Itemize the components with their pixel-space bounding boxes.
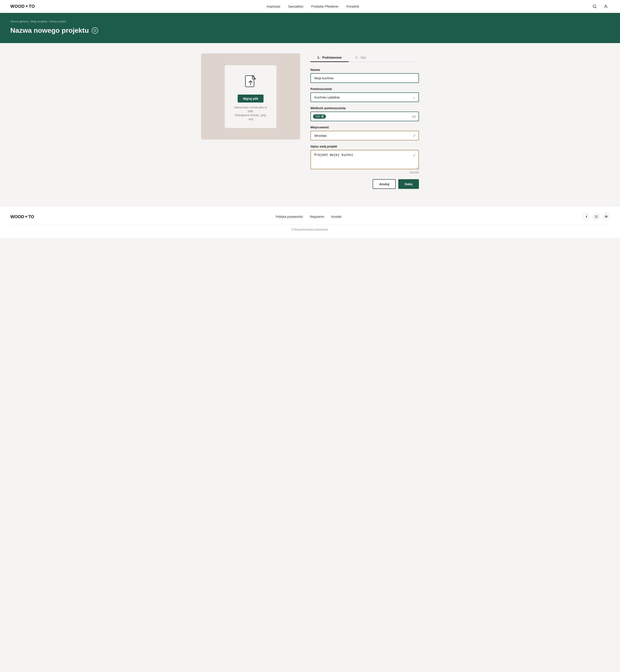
desc-field-group: Opisz swój projekt Projekt mojej kuchni … <box>310 145 419 174</box>
pinterest-icon[interactable] <box>603 213 610 220</box>
main-content: Wgraj plik Maksymalny rozmiar pliku to 1… <box>196 53 424 189</box>
nav-links: Inspiracje Specjaliści Produkty Pfleider… <box>266 4 359 8</box>
size-tag: 100 ✕ <box>313 114 326 119</box>
desc-textarea-wrap: Projekt mojej kuchni ✓ <box>310 150 419 170</box>
room-field-group: Pomieszczenie ⌄ <box>310 87 419 102</box>
tabs: 1. Podstawowe 2. Styl <box>310 53 419 62</box>
size-label: Wielkość pomieszczenia <box>310 106 419 110</box>
search-icon <box>592 4 597 9</box>
tab-podstawowe[interactable]: 1. Podstawowe <box>310 53 349 62</box>
search-button[interactable] <box>591 3 599 10</box>
next-button[interactable]: Dalej <box>398 179 419 189</box>
footer-link-terms[interactable]: Regulamin <box>310 215 324 219</box>
footer: WOOD ♥ TO Polityka prywatności Regulamin… <box>0 206 620 238</box>
char-count: 24/1200 <box>310 171 419 174</box>
name-input[interactable] <box>310 73 419 83</box>
footer-copyright: © Wszystkie prawa zastrzeżone. <box>10 225 610 231</box>
svg-point-2 <box>605 5 607 6</box>
name-field-group: Nazwa <box>310 68 419 83</box>
nav-item-specjalisci[interactable]: Specjaliści <box>288 4 303 8</box>
svg-point-8 <box>596 216 597 217</box>
page-title: Nazwa nowego projektu <box>10 27 610 35</box>
file-upload-icon <box>244 75 257 90</box>
form-actions: Anuluj Dalej <box>310 179 419 189</box>
size-tag-remove[interactable]: ✕ <box>321 115 324 118</box>
upload-panel: Wgraj plik Maksymalny rozmiar pliku to 1… <box>201 53 300 140</box>
upload-hint: Maksymalny rozmiar pliku to 1MB. Obsługi… <box>234 105 268 121</box>
nav-item-poradnik[interactable]: Poradnik <box>346 4 359 8</box>
footer-brand-name1: WOOD <box>10 214 24 219</box>
edit-icon[interactable] <box>92 27 98 34</box>
city-select[interactable] <box>310 131 419 140</box>
brand-name-part2: TO <box>29 4 35 9</box>
svg-rect-7 <box>595 215 598 218</box>
name-label: Nazwa <box>310 68 419 71</box>
footer-link-contact[interactable]: Kontakt <box>331 215 341 219</box>
footer-brand-heart: ♥ <box>25 214 27 219</box>
room-select[interactable] <box>310 92 419 102</box>
upload-icon-wrap <box>243 74 258 91</box>
desc-textarea[interactable]: Projekt mojej kuchni <box>310 150 419 169</box>
size-unit: m2 <box>412 115 416 118</box>
form-panel: 1. Podstawowe 2. Styl Nazwa Pomieszczeni… <box>310 53 419 189</box>
city-field-group: Miejscowość ✓ <box>310 126 419 140</box>
city-select-wrap: ✓ <box>310 131 419 140</box>
brand-heart: ♥ <box>25 4 28 9</box>
navbar: WOOD ♥ TO Inspiracje Specjaliści Produkt… <box>0 0 620 13</box>
footer-socials <box>583 213 610 220</box>
brand-name-part1: WOOD <box>10 4 24 9</box>
cancel-button[interactable]: Anuluj <box>373 179 396 189</box>
desc-label: Opisz swój projekt <box>310 145 419 148</box>
user-button[interactable] <box>602 3 610 10</box>
nav-actions <box>591 3 610 10</box>
user-icon <box>604 4 608 9</box>
footer-top: WOOD ♥ TO Polityka prywatności Regulamin… <box>10 213 610 220</box>
facebook-icon[interactable] <box>583 213 590 220</box>
upload-button[interactable]: Wgraj plik <box>238 95 263 102</box>
size-field-group: Wielkość pomieszczenia 100 ✕ m2 <box>310 106 419 121</box>
size-input[interactable] <box>310 111 419 121</box>
nav-item-produkty[interactable]: Produkty Pfleiderer <box>311 4 339 8</box>
size-input-wrap: 100 ✕ m2 <box>310 111 419 121</box>
desc-check-icon: ✓ <box>413 153 416 158</box>
instagram-icon[interactable] <box>593 213 600 220</box>
city-label: Miejscowość <box>310 126 419 129</box>
svg-point-9 <box>597 216 597 216</box>
room-label: Pomieszczenie <box>310 87 419 91</box>
room-select-wrap: ⌄ <box>310 92 419 102</box>
footer-link-privacy[interactable]: Polityka prywatności <box>276 215 303 219</box>
hero-banner: Strona główna › Moje projekty › Nowy pro… <box>0 13 620 43</box>
svg-point-0 <box>593 5 596 7</box>
svg-line-1 <box>596 7 596 8</box>
svg-rect-6 <box>246 76 254 87</box>
upload-box: Wgraj plik Maksymalny rozmiar pliku to 1… <box>225 65 276 128</box>
brand-logo: WOOD ♥ TO <box>10 4 35 9</box>
breadcrumb: Strona główna › Moje projekty › Nowy pro… <box>10 20 610 23</box>
tab-styl[interactable]: 2. Styl <box>349 53 373 62</box>
footer-links: Polityka prywatności Regulamin Kontakt <box>276 215 342 219</box>
footer-brand-logo: WOOD ♥ TO <box>10 214 34 219</box>
nav-item-inspiracje[interactable]: Inspiracje <box>266 4 280 8</box>
footer-brand-name2: TO <box>28 214 34 219</box>
